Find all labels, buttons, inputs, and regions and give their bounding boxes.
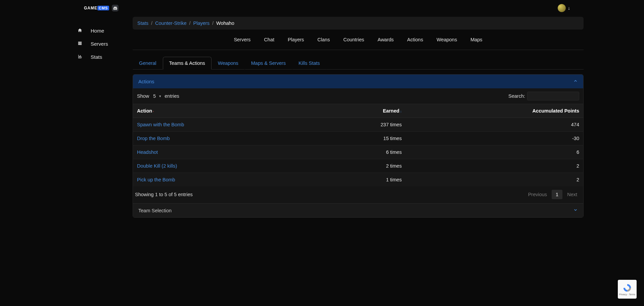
entries-select[interactable]: 5: [151, 92, 163, 100]
search-label: Search:: [508, 93, 525, 99]
action-cell[interactable]: Pick up the Bomb: [133, 173, 311, 187]
actions-table: Action▪ Earned↓ Accumulated Points Spawn…: [133, 104, 583, 186]
brand-suffix: CMS: [97, 6, 109, 10]
pager-previous-button[interactable]: Previous: [524, 190, 551, 199]
svg-rect-1: [78, 43, 82, 44]
nav-countries[interactable]: Countries: [341, 36, 366, 44]
avatar: [558, 4, 566, 12]
nav-players[interactable]: Players: [286, 36, 306, 44]
section-nav: Servers Chat Players Clans Countries Awa…: [133, 30, 584, 50]
entries-selector: Show 5 ▾ entries: [137, 92, 179, 100]
brand-prefix: GAME: [84, 6, 97, 10]
breadcrumb-sep: /: [189, 20, 191, 26]
recaptcha-footer: Privacy - Terms: [619, 293, 635, 296]
datatable-footer: Showing 1 to 5 of 5 entries Previous 1 N…: [133, 186, 583, 203]
table-row: Spawn with the Bomb237 times474: [133, 118, 583, 132]
table-row: Double Kill (2 kills)2 times2: [133, 159, 583, 173]
tab-general[interactable]: General: [133, 57, 163, 70]
sidebar-item-label: Home: [91, 28, 104, 34]
panel-team-selection-header[interactable]: Team Selection: [133, 203, 583, 217]
nav-actions[interactable]: Actions: [405, 36, 425, 44]
sidebar-item-servers[interactable]: Servers: [77, 37, 133, 50]
col-accum[interactable]: Accumulated Points: [406, 104, 583, 118]
svg-rect-2: [78, 44, 82, 45]
sidebar: Home Servers Stats: [0, 16, 133, 63]
pager-next-button[interactable]: Next: [563, 190, 581, 199]
accum-cell: -30: [406, 132, 583, 145]
col-earned[interactable]: Earned↓: [311, 104, 406, 118]
pager-page-1[interactable]: 1: [552, 190, 562, 199]
table-row: Drop the Bomb15 times-30: [133, 132, 583, 145]
panel-title: Team Selection: [138, 208, 172, 213]
col-action[interactable]: Action▪: [133, 104, 311, 118]
nav-servers[interactable]: Servers: [232, 36, 252, 44]
accum-cell: 2: [406, 173, 583, 187]
accum-cell: 2: [406, 159, 583, 173]
sort-icon: ▪: [153, 110, 154, 113]
earned-cell: 2 times: [311, 159, 406, 173]
arrow-down-icon: ↓: [568, 5, 570, 11]
svg-rect-0: [78, 42, 82, 42]
user-menu[interactable]: ↓: [558, 4, 570, 12]
nav-maps[interactable]: Maps: [468, 36, 484, 44]
subtabs: General Teams & Actions Weapons Maps & S…: [133, 50, 584, 70]
breadcrumb-current: Wohaho: [216, 20, 234, 26]
breadcrumb-link-players[interactable]: Players: [193, 20, 210, 26]
nav-chat[interactable]: Chat: [262, 36, 276, 44]
show-label-post: entries: [165, 93, 179, 99]
table-row: Pick up the Bomb1 times2: [133, 173, 583, 187]
earned-cell: 6 times: [311, 145, 406, 159]
earned-cell: 237 times: [311, 118, 406, 132]
show-label-pre: Show: [137, 93, 149, 99]
sidebar-item-home[interactable]: Home: [77, 24, 133, 37]
table-info: Showing 1 to 5 of 5 entries: [135, 192, 193, 197]
sidebar-item-label: Servers: [91, 41, 108, 47]
sidebar-item-label: Stats: [91, 54, 102, 60]
table-header-row: Action▪ Earned↓ Accumulated Points: [133, 104, 583, 118]
brand-logo[interactable]: GAMECMS: [84, 5, 119, 11]
action-cell[interactable]: Double Kill (2 kills): [133, 159, 311, 173]
recaptcha-icon: [623, 283, 632, 293]
tab-maps-servers[interactable]: Maps & Servers: [245, 57, 292, 70]
table-row: Headshot6 times6: [133, 145, 583, 159]
breadcrumb: Stats / Counter-Strike / Players / Wohah…: [133, 17, 584, 30]
stats-icon: [77, 54, 83, 60]
accum-cell: 6: [406, 145, 583, 159]
earned-cell: 15 times: [311, 132, 406, 145]
breadcrumb-sep: /: [212, 20, 214, 26]
breadcrumb-link-stats[interactable]: Stats: [137, 20, 148, 26]
tab-kills-stats[interactable]: Kills Stats: [292, 57, 326, 70]
breadcrumb-sep: /: [151, 20, 152, 26]
panel-actions-body: Show 5 ▾ entries Search:: [133, 88, 583, 203]
panel-actions-header[interactable]: Actions: [133, 75, 583, 88]
sidebar-item-stats[interactable]: Stats: [77, 50, 133, 63]
sort-desc-icon: ↓: [400, 110, 402, 113]
tab-weapons[interactable]: Weapons: [212, 57, 245, 70]
action-cell[interactable]: Headshot: [133, 145, 311, 159]
breadcrumb-link-game[interactable]: Counter-Strike: [155, 20, 186, 26]
datatable-controls: Show 5 ▾ entries Search:: [133, 88, 583, 104]
search-input[interactable]: [527, 92, 579, 100]
action-cell[interactable]: Spawn with the Bomb: [133, 118, 311, 132]
chevron-down-icon: [573, 208, 578, 213]
topbar: GAMECMS ↓: [0, 0, 644, 16]
recaptcha-badge[interactable]: Privacy - Terms: [618, 280, 637, 299]
servers-icon: [77, 41, 83, 47]
panel-title: Actions: [138, 79, 154, 84]
nav-awards[interactable]: Awards: [375, 36, 396, 44]
nav-weapons[interactable]: Weapons: [434, 36, 459, 44]
accum-cell: 474: [406, 118, 583, 132]
home-icon: [77, 28, 83, 34]
panel-actions: Actions Show 5 ▾ entries Sear: [133, 74, 584, 218]
main-content: Stats / Counter-Strike / Players / Wohah…: [133, 16, 584, 218]
tab-teams-actions[interactable]: Teams & Actions: [163, 57, 212, 70]
earned-cell: 1 times: [311, 173, 406, 187]
discord-icon[interactable]: [112, 5, 119, 11]
action-cell[interactable]: Drop the Bomb: [133, 132, 311, 145]
search-control: Search:: [508, 92, 579, 100]
nav-clans[interactable]: Clans: [315, 36, 332, 44]
chevron-up-icon: [573, 79, 578, 84]
pager: Previous 1 Next: [524, 190, 581, 199]
